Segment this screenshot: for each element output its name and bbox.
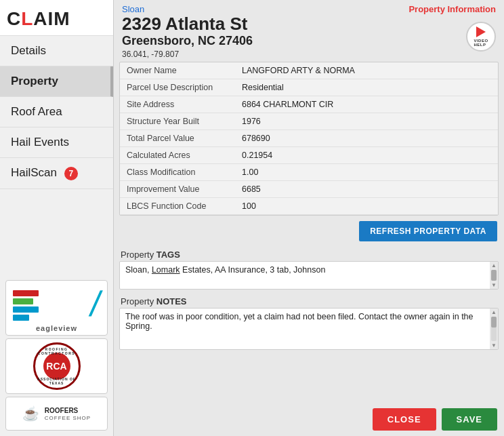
field-label: Calculated Acres — [120, 146, 235, 163]
notes-scroll-up-icon[interactable]: ▲ — [490, 309, 497, 316]
field-label: Class Modification — [120, 163, 235, 180]
field-value: 1976 — [235, 113, 498, 130]
field-label: Site Address — [120, 96, 235, 113]
sidebar-item-roof-area[interactable]: Roof Area — [0, 97, 113, 127]
rca-logo[interactable]: ROOFING CONTRACTORS ASSOCIATION OF TEXAS… — [5, 338, 108, 394]
table-row: Total Parcel Value 678690 — [120, 130, 498, 146]
field-label: Structure Year Built — [120, 113, 235, 130]
address-line1: 2329 Atlanta St — [122, 14, 496, 34]
field-value: 6685 — [235, 180, 498, 197]
scroll-down-icon[interactable]: ▼ — [490, 281, 497, 289]
property-header: Property Information Sloan 2329 Atlanta … — [114, 0, 504, 62]
sidebar-nav: Details Property Roof Area Hail Events H… — [0, 36, 113, 189]
notes-scroll-thumb — [491, 317, 497, 328]
field-value: 1.00 — [235, 163, 498, 180]
sidebar-item-hailscan[interactable]: HailScan 7 — [0, 158, 113, 189]
partner-logos: / eagleview ROOFING CONTRACTORS ASSOCIAT… — [0, 275, 113, 436]
property-notes-box[interactable]: The roof was in poor condition, yet a cl… — [119, 308, 499, 350]
ev-bar-2 — [13, 298, 33, 304]
rca-text-top: ROOFING CONTRACTORS — [35, 347, 79, 355]
address-line2: Greensboro, NC 27406 — [122, 34, 496, 48]
lomark-link[interactable]: Lomark — [152, 265, 180, 275]
video-help-label: VIDEOHELP — [474, 39, 488, 47]
sidebar: CLAIM Details Property Roof Area Hail Ev… — [0, 0, 114, 436]
field-value: 0.21954 — [235, 146, 498, 163]
hailscan-badge: 7 — [64, 167, 78, 180]
main-content: Property Information Sloan 2329 Atlanta … — [114, 0, 504, 436]
table-row: Calculated Acres 0.21954 — [120, 146, 498, 163]
rca-circle: ROOFING CONTRACTORS ASSOCIATION OF TEXAS… — [33, 342, 81, 390]
sidebar-item-property[interactable]: Property — [0, 66, 113, 97]
ev-bar-1 — [13, 290, 39, 296]
field-label: Total Parcel Value — [120, 130, 235, 146]
tags-text: Sloan, Lomark Estates, AA Insurance, 3 t… — [125, 265, 325, 275]
tags-section-label: Property TAGS — [114, 247, 504, 261]
notes-scrollbar[interactable]: ▲ ▼ — [490, 309, 498, 349]
property-data-table: Owner Name LANGFORD ARTY & NORMA Parcel … — [119, 62, 499, 216]
rca-text-bottom: ASSOCIATION OF TEXAS — [35, 377, 79, 385]
roofers-main-label: ROOFERS — [45, 407, 91, 415]
field-label: Owner Name — [120, 62, 235, 79]
video-help-button[interactable]: VIDEOHELP — [466, 22, 496, 52]
refresh-btn-row: REFRESH PROPERTY DATA — [114, 216, 504, 247]
field-label: Improvement Value — [120, 180, 235, 197]
roofers-logo[interactable]: ☕ ROOFERS COFFEE SHOP — [5, 397, 108, 431]
sidebar-item-hail-events[interactable]: Hail Events — [0, 127, 113, 158]
field-label: LBCS Function Code — [120, 197, 235, 214]
field-value: 100 — [235, 197, 498, 214]
app-logo-area: CLAIM — [0, 0, 113, 36]
field-value: LANGFORD ARTY & NORMA — [235, 62, 498, 79]
scroll-thumb — [491, 270, 497, 281]
notes-scroll-down-icon[interactable]: ▼ — [490, 342, 497, 349]
property-table-body: Owner Name LANGFORD ARTY & NORMA Parcel … — [120, 62, 498, 215]
field-value: Residential — [235, 79, 498, 96]
rca-inner-badge: RCA — [43, 353, 70, 380]
save-button[interactable]: SAVE — [442, 408, 497, 431]
table-row: Structure Year Built 1976 — [120, 113, 498, 130]
field-value: 6864 CHARLMONT CIR — [235, 96, 498, 113]
table-row: Owner Name LANGFORD ARTY & NORMA — [120, 62, 498, 79]
sidebar-item-details[interactable]: Details — [0, 36, 113, 66]
logo-accent: L — [21, 8, 33, 29]
notes-text: The roof was in poor condition, yet a cl… — [125, 312, 474, 331]
eagleview-logo[interactable]: / eagleview — [5, 280, 108, 336]
notes-scroll-track — [491, 317, 497, 341]
roofers-sub-label: COFFEE SHOP — [45, 415, 91, 421]
scroll-up-icon[interactable]: ▲ — [490, 262, 497, 269]
coordinates: 36.041, -79.807 — [122, 49, 496, 59]
roofers-icon: ☕ — [22, 405, 39, 422]
property-info-label: Property Information — [408, 4, 496, 14]
notes-section-label: Property NOTES — [114, 294, 504, 308]
eagleview-label: eagleview — [36, 324, 77, 332]
roofers-text-block: ROOFERS COFFEE SHOP — [45, 407, 91, 421]
eagleview-slash-icon: / — [87, 286, 104, 321]
table-row: Class Modification 1.00 — [120, 163, 498, 180]
play-icon — [476, 26, 486, 37]
field-value: 678690 — [235, 130, 498, 146]
property-fields-table: Owner Name LANGFORD ARTY & NORMA Parcel … — [120, 62, 498, 215]
tags-scrollbar[interactable]: ▲ ▼ — [490, 262, 498, 289]
table-row: Parcel Use Description Residential — [120, 79, 498, 96]
ev-bar-3 — [13, 306, 39, 313]
ev-bar-4 — [13, 315, 29, 321]
property-tags-box[interactable]: Sloan, Lomark Estates, AA Insurance, 3 t… — [119, 261, 499, 290]
refresh-property-button[interactable]: REFRESH PROPERTY DATA — [359, 221, 497, 241]
table-row: Improvement Value 6685 — [120, 180, 498, 197]
field-label: Parcel Use Description — [120, 79, 235, 96]
close-button[interactable]: CLOSE — [373, 408, 436, 431]
footer-buttons: CLOSE SAVE — [114, 403, 504, 436]
table-row: Site Address 6864 CHARLMONT CIR — [120, 96, 498, 113]
app-logo: CLAIM — [7, 8, 106, 30]
table-row: LBCS Function Code 100 — [120, 197, 498, 214]
scroll-track — [491, 270, 497, 281]
eagleview-bars-icon — [13, 290, 39, 321]
